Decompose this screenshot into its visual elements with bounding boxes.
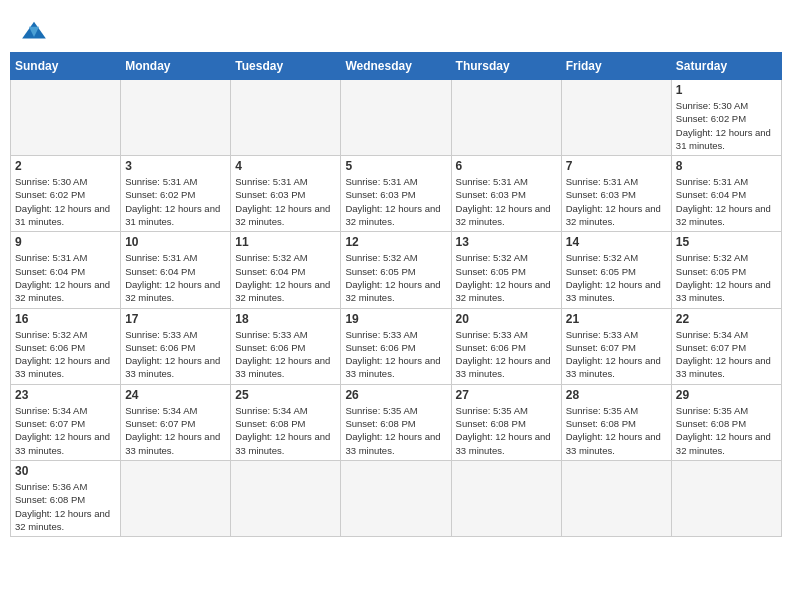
day-number: 6: [456, 159, 557, 173]
day-cell: 14Sunrise: 5:32 AMSunset: 6:05 PMDayligh…: [561, 232, 671, 308]
day-cell: [561, 80, 671, 156]
day-number: 17: [125, 312, 226, 326]
day-info: Sunrise: 5:31 AMSunset: 6:04 PMDaylight:…: [15, 251, 116, 304]
header-sunday: Sunday: [11, 53, 121, 80]
day-number: 24: [125, 388, 226, 402]
day-cell: 12Sunrise: 5:32 AMSunset: 6:05 PMDayligh…: [341, 232, 451, 308]
day-cell: [341, 460, 451, 536]
day-number: 22: [676, 312, 777, 326]
day-cell: 22Sunrise: 5:34 AMSunset: 6:07 PMDayligh…: [671, 308, 781, 384]
day-info: Sunrise: 5:35 AMSunset: 6:08 PMDaylight:…: [345, 404, 446, 457]
header-friday: Friday: [561, 53, 671, 80]
day-info: Sunrise: 5:32 AMSunset: 6:05 PMDaylight:…: [345, 251, 446, 304]
day-number: 16: [15, 312, 116, 326]
day-info: Sunrise: 5:35 AMSunset: 6:08 PMDaylight:…: [456, 404, 557, 457]
day-number: 28: [566, 388, 667, 402]
day-info: Sunrise: 5:33 AMSunset: 6:06 PMDaylight:…: [125, 328, 226, 381]
day-info: Sunrise: 5:34 AMSunset: 6:08 PMDaylight:…: [235, 404, 336, 457]
day-info: Sunrise: 5:31 AMSunset: 6:02 PMDaylight:…: [125, 175, 226, 228]
day-info: Sunrise: 5:32 AMSunset: 6:04 PMDaylight:…: [235, 251, 336, 304]
day-cell: 3Sunrise: 5:31 AMSunset: 6:02 PMDaylight…: [121, 156, 231, 232]
day-number: 1: [676, 83, 777, 97]
day-cell: 1Sunrise: 5:30 AMSunset: 6:02 PMDaylight…: [671, 80, 781, 156]
day-cell: 11Sunrise: 5:32 AMSunset: 6:04 PMDayligh…: [231, 232, 341, 308]
day-number: 19: [345, 312, 446, 326]
day-number: 29: [676, 388, 777, 402]
day-cell: [451, 460, 561, 536]
day-info: Sunrise: 5:32 AMSunset: 6:05 PMDaylight:…: [456, 251, 557, 304]
day-cell: [231, 80, 341, 156]
day-info: Sunrise: 5:34 AMSunset: 6:07 PMDaylight:…: [676, 328, 777, 381]
day-number: 3: [125, 159, 226, 173]
day-info: Sunrise: 5:31 AMSunset: 6:03 PMDaylight:…: [456, 175, 557, 228]
day-number: 21: [566, 312, 667, 326]
week-row-3: 9Sunrise: 5:31 AMSunset: 6:04 PMDaylight…: [11, 232, 782, 308]
day-info: Sunrise: 5:32 AMSunset: 6:05 PMDaylight:…: [566, 251, 667, 304]
day-info: Sunrise: 5:31 AMSunset: 6:04 PMDaylight:…: [676, 175, 777, 228]
day-cell: 15Sunrise: 5:32 AMSunset: 6:05 PMDayligh…: [671, 232, 781, 308]
day-number: 18: [235, 312, 336, 326]
day-cell: [231, 460, 341, 536]
day-info: Sunrise: 5:31 AMSunset: 6:04 PMDaylight:…: [125, 251, 226, 304]
day-cell: 16Sunrise: 5:32 AMSunset: 6:06 PMDayligh…: [11, 308, 121, 384]
day-number: 23: [15, 388, 116, 402]
calendar-table: SundayMondayTuesdayWednesdayThursdayFrid…: [10, 52, 782, 537]
day-info: Sunrise: 5:31 AMSunset: 6:03 PMDaylight:…: [566, 175, 667, 228]
day-number: 30: [15, 464, 116, 478]
week-row-6: 30Sunrise: 5:36 AMSunset: 6:08 PMDayligh…: [11, 460, 782, 536]
day-cell: 28Sunrise: 5:35 AMSunset: 6:08 PMDayligh…: [561, 384, 671, 460]
day-cell: 17Sunrise: 5:33 AMSunset: 6:06 PMDayligh…: [121, 308, 231, 384]
day-cell: 2Sunrise: 5:30 AMSunset: 6:02 PMDaylight…: [11, 156, 121, 232]
day-cell: 26Sunrise: 5:35 AMSunset: 6:08 PMDayligh…: [341, 384, 451, 460]
day-info: Sunrise: 5:35 AMSunset: 6:08 PMDaylight:…: [566, 404, 667, 457]
day-cell: 27Sunrise: 5:35 AMSunset: 6:08 PMDayligh…: [451, 384, 561, 460]
day-info: Sunrise: 5:30 AMSunset: 6:02 PMDaylight:…: [676, 99, 777, 152]
day-number: 14: [566, 235, 667, 249]
day-cell: 6Sunrise: 5:31 AMSunset: 6:03 PMDaylight…: [451, 156, 561, 232]
header-monday: Monday: [121, 53, 231, 80]
day-number: 7: [566, 159, 667, 173]
day-cell: 18Sunrise: 5:33 AMSunset: 6:06 PMDayligh…: [231, 308, 341, 384]
day-cell: 21Sunrise: 5:33 AMSunset: 6:07 PMDayligh…: [561, 308, 671, 384]
day-cell: 30Sunrise: 5:36 AMSunset: 6:08 PMDayligh…: [11, 460, 121, 536]
day-number: 27: [456, 388, 557, 402]
day-cell: 5Sunrise: 5:31 AMSunset: 6:03 PMDaylight…: [341, 156, 451, 232]
header-thursday: Thursday: [451, 53, 561, 80]
logo-icon: [20, 20, 48, 42]
day-cell: [671, 460, 781, 536]
day-cell: 24Sunrise: 5:34 AMSunset: 6:07 PMDayligh…: [121, 384, 231, 460]
day-cell: 9Sunrise: 5:31 AMSunset: 6:04 PMDaylight…: [11, 232, 121, 308]
day-info: Sunrise: 5:35 AMSunset: 6:08 PMDaylight:…: [676, 404, 777, 457]
header-tuesday: Tuesday: [231, 53, 341, 80]
week-row-1: 1Sunrise: 5:30 AMSunset: 6:02 PMDaylight…: [11, 80, 782, 156]
day-info: Sunrise: 5:33 AMSunset: 6:06 PMDaylight:…: [345, 328, 446, 381]
week-row-2: 2Sunrise: 5:30 AMSunset: 6:02 PMDaylight…: [11, 156, 782, 232]
day-cell: 19Sunrise: 5:33 AMSunset: 6:06 PMDayligh…: [341, 308, 451, 384]
day-info: Sunrise: 5:36 AMSunset: 6:08 PMDaylight:…: [15, 480, 116, 533]
days-header-row: SundayMondayTuesdayWednesdayThursdayFrid…: [11, 53, 782, 80]
day-number: 2: [15, 159, 116, 173]
day-cell: [121, 80, 231, 156]
day-number: 20: [456, 312, 557, 326]
day-cell: 7Sunrise: 5:31 AMSunset: 6:03 PMDaylight…: [561, 156, 671, 232]
day-info: Sunrise: 5:32 AMSunset: 6:06 PMDaylight:…: [15, 328, 116, 381]
day-number: 15: [676, 235, 777, 249]
day-info: Sunrise: 5:31 AMSunset: 6:03 PMDaylight:…: [235, 175, 336, 228]
day-number: 12: [345, 235, 446, 249]
logo: [20, 20, 52, 42]
day-cell: 8Sunrise: 5:31 AMSunset: 6:04 PMDaylight…: [671, 156, 781, 232]
day-cell: [561, 460, 671, 536]
day-number: 9: [15, 235, 116, 249]
day-number: 11: [235, 235, 336, 249]
header-wednesday: Wednesday: [341, 53, 451, 80]
day-info: Sunrise: 5:33 AMSunset: 6:07 PMDaylight:…: [566, 328, 667, 381]
day-cell: [341, 80, 451, 156]
day-cell: 23Sunrise: 5:34 AMSunset: 6:07 PMDayligh…: [11, 384, 121, 460]
day-cell: [121, 460, 231, 536]
header-saturday: Saturday: [671, 53, 781, 80]
day-cell: 13Sunrise: 5:32 AMSunset: 6:05 PMDayligh…: [451, 232, 561, 308]
day-info: Sunrise: 5:33 AMSunset: 6:06 PMDaylight:…: [235, 328, 336, 381]
day-cell: 10Sunrise: 5:31 AMSunset: 6:04 PMDayligh…: [121, 232, 231, 308]
day-number: 5: [345, 159, 446, 173]
day-info: Sunrise: 5:30 AMSunset: 6:02 PMDaylight:…: [15, 175, 116, 228]
